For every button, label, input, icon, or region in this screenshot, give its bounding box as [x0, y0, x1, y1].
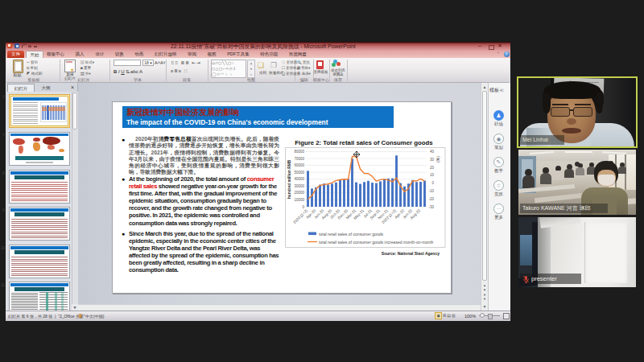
svg-text:Figure 2: Total retail sales o: Figure 2: Total retail sales of Consumer…	[295, 139, 433, 146]
svg-text:10: 10	[430, 173, 435, 177]
svg-text:50000: 50000	[294, 171, 304, 175]
svg-text:-30: -30	[428, 205, 434, 209]
svg-text:-10: -10	[428, 189, 434, 193]
svg-text:40000: 40000	[294, 177, 304, 181]
svg-text:hundred million RMB: hundred million RMB	[287, 159, 291, 199]
svg-text:30000: 30000	[294, 184, 304, 188]
svg-text:10000: 10000	[294, 198, 304, 202]
svg-text:30: 30	[430, 158, 435, 162]
svg-text:60000: 60000	[294, 163, 304, 167]
svg-text:20000: 20000	[294, 191, 304, 195]
svg-text:total retail sales of consumer: total retail sales of consumer goods inc…	[319, 240, 434, 245]
svg-text:80000: 80000	[294, 150, 304, 154]
svg-text:(%): (%)	[436, 156, 440, 162]
svg-text:20: 20	[430, 166, 435, 170]
svg-text:-20: -20	[428, 197, 434, 201]
svg-text:total retail sales of consumer: total retail sales of consumer goods	[319, 232, 384, 237]
svg-text:70000: 70000	[294, 157, 304, 161]
svg-text:Source: National Stasl Agenc: Source: National Stasl Agency	[382, 251, 440, 256]
svg-text:40: 40	[430, 150, 435, 154]
